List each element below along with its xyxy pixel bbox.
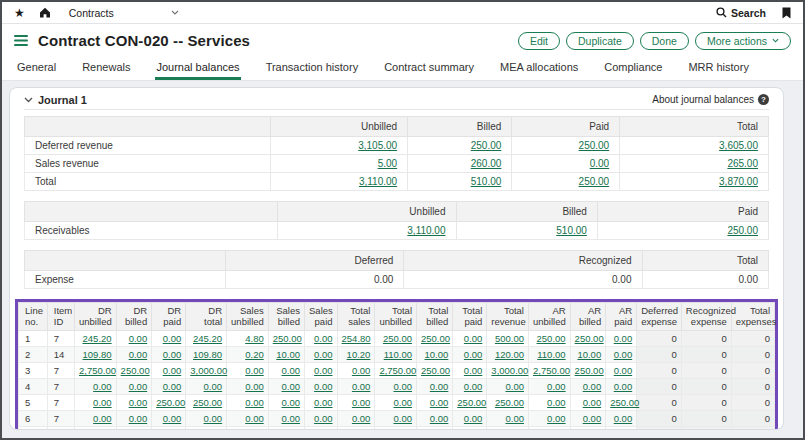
amount-link[interactable]: 0.00 [547, 381, 566, 392]
amount-link[interactable]: 0.00 [93, 381, 112, 392]
collapse-chevron-icon[interactable] [24, 97, 33, 103]
amount-link[interactable]: 0.00 [430, 381, 449, 392]
amount-link[interactable]: 0.00 [245, 381, 264, 392]
amount-link[interactable]: 0.00 [282, 413, 301, 424]
amount-link[interactable]: 10.00 [425, 349, 449, 360]
amount-link[interactable]: 0.00 [282, 397, 301, 408]
amount-link[interactable]: 0.00 [163, 429, 182, 430]
amount-link[interactable]: 0.00 [93, 429, 112, 430]
amount-link[interactable]: 0.00 [614, 333, 633, 344]
amount-link[interactable]: 0.00 [352, 397, 371, 408]
amount-link[interactable]: 250.00 [727, 225, 758, 236]
amount-link[interactable]: 3,110.00 [407, 225, 445, 236]
amount-link[interactable]: 250.00 [457, 397, 486, 408]
amount-link[interactable]: 109.80 [193, 349, 222, 360]
amount-link[interactable]: 0.00 [352, 381, 371, 392]
amount-link[interactable]: 0.00 [129, 381, 148, 392]
tab-transaction-history[interactable]: Transaction history [265, 57, 360, 80]
amount-link[interactable]: 0.00 [614, 429, 633, 430]
amount-link[interactable]: 250.00 [579, 176, 610, 187]
amount-link[interactable]: 0.00 [129, 333, 148, 344]
amount-link[interactable]: 0.00 [129, 349, 148, 360]
amount-link[interactable]: 0.00 [352, 365, 371, 376]
global-search[interactable]: Search [716, 7, 766, 19]
amount-link[interactable]: 0.00 [583, 413, 602, 424]
amount-link[interactable]: 260.00 [471, 158, 502, 169]
amount-link[interactable]: 0.00 [314, 381, 333, 392]
amount-link[interactable]: 0.00 [93, 397, 112, 408]
amount-link[interactable]: 250.00 [421, 333, 450, 344]
amount-link[interactable]: 0.00 [464, 381, 483, 392]
edit-button[interactable]: Edit [518, 32, 560, 50]
amount-link[interactable]: 0.00 [314, 365, 333, 376]
amount-link[interactable]: 2,750.00 [379, 365, 416, 376]
amount-link[interactable]: 0.00 [204, 381, 223, 392]
bookmark-icon[interactable] [782, 7, 791, 19]
amount-link[interactable]: 500.00 [495, 333, 524, 344]
amount-link[interactable]: 0.00 [282, 381, 301, 392]
amount-link[interactable]: 0.00 [245, 397, 264, 408]
amount-link[interactable]: 110.00 [537, 349, 565, 360]
amount-link[interactable]: 0.00 [505, 381, 524, 392]
amount-link[interactable]: 0.00 [464, 429, 483, 430]
amount-link[interactable]: 3,870.00 [719, 176, 758, 187]
amount-link[interactable]: 0.00 [464, 333, 483, 344]
amount-link[interactable]: 0.00 [204, 413, 223, 424]
home-icon[interactable] [39, 7, 51, 18]
amount-link[interactable]: 0.00 [163, 413, 182, 424]
amount-link[interactable]: 250.00 [495, 397, 524, 408]
tab-journal-balances[interactable]: Journal balances [155, 57, 240, 80]
amount-link[interactable]: 0.00 [430, 429, 449, 430]
amount-link[interactable]: 0.00 [163, 365, 182, 376]
amount-link[interactable]: 510.00 [556, 225, 587, 236]
amount-link[interactable]: 4.80 [245, 333, 264, 344]
amount-link[interactable]: 250.00 [537, 333, 566, 344]
amount-link[interactable]: 0.00 [394, 397, 413, 408]
amount-link[interactable]: 250.00 [156, 397, 185, 408]
amount-link[interactable]: 0.00 [505, 413, 524, 424]
amount-link[interactable]: 0.00 [129, 429, 148, 430]
amount-link[interactable]: 10.00 [276, 349, 300, 360]
amount-link[interactable]: 2,750.00 [79, 365, 116, 376]
amount-link[interactable]: 3,110.00 [359, 176, 397, 187]
amount-link[interactable]: 0.00 [163, 381, 182, 392]
amount-link[interactable]: 0.00 [129, 397, 148, 408]
amount-link[interactable]: 0.00 [394, 381, 413, 392]
amount-link[interactable]: 0.00 [245, 413, 264, 424]
favorite-star-icon[interactable]: ★ [14, 7, 25, 19]
amount-link[interactable]: 0.00 [583, 397, 602, 408]
amount-link[interactable]: 0.00 [282, 429, 301, 430]
amount-link[interactable]: 0.00 [314, 429, 333, 430]
amount-link[interactable]: 0.00 [163, 333, 182, 344]
amount-link[interactable]: 2,750.00 [533, 365, 570, 376]
tab-mea-allocations[interactable]: MEA allocations [499, 57, 579, 80]
amount-link[interactable]: 0.00 [163, 349, 182, 360]
amount-link[interactable]: 250.00 [575, 365, 604, 376]
amount-link[interactable]: 254.80 [342, 333, 371, 344]
amount-link[interactable]: 0.00 [464, 413, 483, 424]
amount-link[interactable]: 3,105.00 [358, 140, 397, 151]
amount-link[interactable]: 10.00 [577, 349, 601, 360]
amount-link[interactable]: 3,000.00 [190, 365, 227, 376]
amount-link[interactable]: 0.20 [245, 349, 264, 360]
amount-link[interactable]: 0.00 [314, 333, 333, 344]
about-journal-balances-link[interactable]: About journal balances ? [652, 94, 769, 105]
amount-link[interactable]: 110.00 [384, 349, 412, 360]
amount-link[interactable]: 0.00 [352, 413, 371, 424]
amount-link[interactable]: 0.00 [464, 349, 483, 360]
amount-link[interactable]: 0.00 [614, 365, 633, 376]
amount-link[interactable]: 0.00 [547, 429, 566, 430]
amount-link[interactable]: 0.00 [245, 365, 264, 376]
tab-compliance[interactable]: Compliance [603, 57, 663, 80]
amount-link[interactable]: 0.00 [430, 397, 449, 408]
tab-renewals[interactable]: Renewals [81, 57, 131, 80]
amount-link[interactable]: 120.00 [495, 349, 524, 360]
amount-link[interactable]: 0.00 [314, 397, 333, 408]
amount-link[interactable]: 0.00 [204, 429, 223, 430]
amount-link[interactable]: 250.00 [610, 397, 639, 408]
amount-link[interactable]: 250.00 [273, 333, 302, 344]
duplicate-button[interactable]: Duplicate [566, 32, 634, 50]
amount-link[interactable]: 0.00 [614, 381, 633, 392]
amount-link[interactable]: 0.00 [430, 413, 449, 424]
amount-link[interactable]: 250.00 [575, 333, 604, 344]
